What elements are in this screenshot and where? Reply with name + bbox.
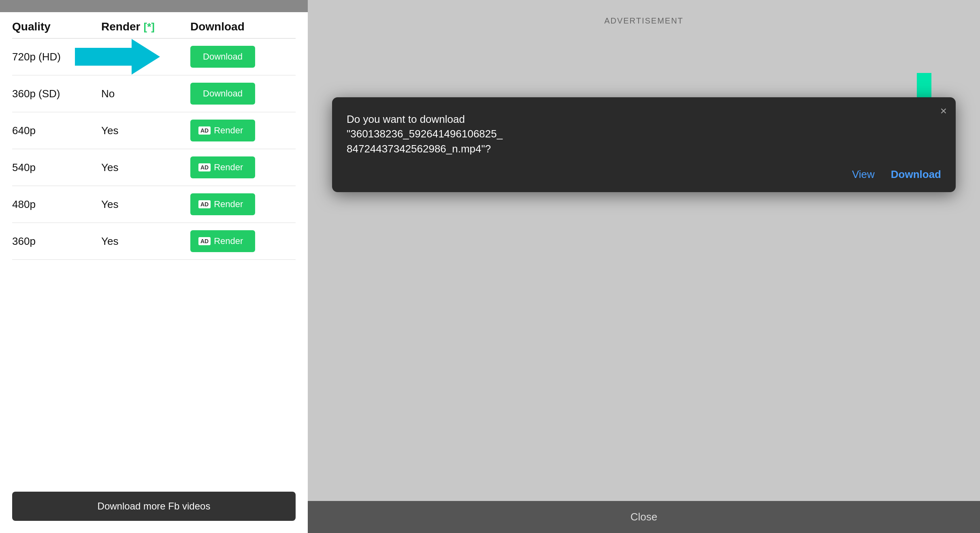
render-button-360p[interactable]: AD Render: [190, 230, 255, 252]
action-cell: AD Render: [190, 120, 279, 141]
download-more-button[interactable]: Download more Fb videos: [12, 492, 296, 521]
table-row: 480p Yes AD Render: [12, 186, 296, 223]
render-button-480p[interactable]: AD Render: [190, 193, 255, 215]
action-cell: AD Render: [190, 193, 279, 215]
advertisement-label: ADVERTISEMENT: [604, 16, 684, 26]
table-row: 640p Yes AD Render: [12, 112, 296, 149]
close-bar: Close: [308, 501, 980, 533]
table-header: Quality Render [*] Download: [12, 20, 296, 39]
download-button-720p[interactable]: Download: [190, 46, 255, 68]
download-header: Download: [190, 20, 279, 33]
render-cell: Yes: [101, 124, 190, 137]
ad-icon: AD: [198, 126, 211, 135]
render-button-640p[interactable]: AD Render: [190, 120, 255, 141]
table-container: Quality Render [*] Download 720p (HD) No…: [0, 12, 308, 484]
dialog-overlay: × Do you want to download "360138236_592…: [332, 97, 956, 192]
dialog-message: Do you want to download "360138236_59264…: [347, 112, 941, 156]
table-row: 360p (SD) No Download: [12, 75, 296, 112]
ad-icon: AD: [198, 237, 211, 246]
bottom-button-container: Download more Fb videos: [0, 484, 308, 533]
quality-header: Quality: [12, 20, 101, 33]
left-panel: Quality Render [*] Download 720p (HD) No…: [0, 0, 308, 533]
table-row: 360p Yes AD Render: [12, 223, 296, 260]
action-cell: AD Render: [190, 230, 279, 252]
dialog-close-button[interactable]: ×: [940, 105, 947, 118]
action-cell: Download: [190, 46, 279, 68]
render-cell: Yes: [101, 161, 190, 174]
render-header: Render [*]: [101, 20, 190, 33]
arrow-overlay: [75, 39, 160, 75]
dialog-download-button[interactable]: Download: [891, 168, 941, 181]
right-panel: ADVERTISEMENT × Do you want to download …: [308, 0, 980, 533]
top-bar: [0, 0, 308, 12]
ad-icon: AD: [198, 200, 211, 209]
table-row: 720p (HD) No Download: [12, 39, 296, 75]
quality-cell: 640p: [12, 124, 101, 137]
download-button-360p-sd[interactable]: Download: [190, 83, 255, 105]
render-badge: [*]: [143, 21, 154, 33]
quality-cell: 540p: [12, 161, 101, 174]
action-cell: Download: [190, 83, 279, 105]
quality-cell: 480p: [12, 198, 101, 211]
render-cell: Yes: [101, 198, 190, 211]
quality-cell: 360p: [12, 235, 101, 248]
close-label: Close: [631, 511, 657, 523]
view-button[interactable]: View: [852, 168, 875, 181]
quality-cell: 360p (SD): [12, 88, 101, 100]
download-dialog: × Do you want to download "360138236_592…: [332, 97, 956, 192]
action-cell: AD Render: [190, 156, 279, 178]
table-row: 540p Yes AD Render: [12, 149, 296, 186]
dialog-actions: View Download: [347, 168, 941, 181]
render-cell: Yes: [101, 235, 190, 248]
ad-icon: AD: [198, 163, 211, 172]
render-button-540p[interactable]: AD Render: [190, 156, 255, 178]
render-cell: No: [101, 88, 190, 100]
